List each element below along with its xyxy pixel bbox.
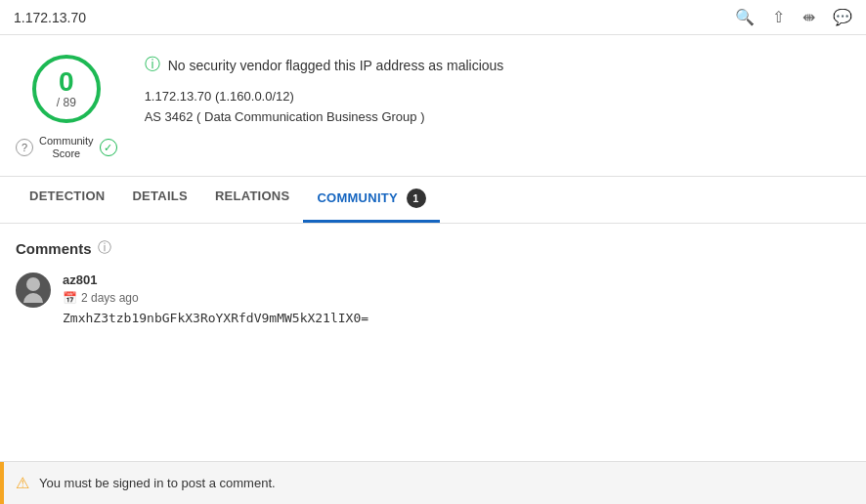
tab-detection[interactable]: DETECTION bbox=[16, 177, 118, 223]
comments-section: Comments ⓘ az801 📅 2 days ago ZmxhZ3tzb1… bbox=[0, 224, 866, 325]
comment-text: ZmxhZ3tzb19nbGFkX3RoYXRfdV9mMW5kX21lIX0= bbox=[63, 311, 850, 325]
avatar-body bbox=[23, 293, 43, 303]
avatar-head bbox=[26, 277, 40, 291]
question-icon[interactable]: ? bbox=[16, 139, 33, 156]
comment-username: az801 bbox=[63, 273, 97, 287]
comment-meta: az801 bbox=[63, 273, 850, 287]
grid-icon[interactable]: ⇼ bbox=[802, 8, 815, 26]
comment-item: az801 📅 2 days ago ZmxhZ3tzb19nbGFkX3RoY… bbox=[16, 273, 850, 325]
community-score-row: ? CommunityScore ✓ bbox=[16, 135, 117, 160]
avatar bbox=[16, 273, 51, 308]
comment-time: 2 days ago bbox=[81, 291, 139, 305]
top-section: 0 / 89 ? CommunityScore ✓ ⓘ No security … bbox=[0, 35, 866, 177]
search-icon[interactable]: 🔍 bbox=[735, 8, 755, 26]
comments-info-icon[interactable]: ⓘ bbox=[98, 239, 111, 257]
info-icon: ⓘ bbox=[145, 55, 160, 75]
community-badge: 1 bbox=[407, 189, 426, 208]
comments-header: Comments ⓘ bbox=[16, 239, 850, 257]
comment-time-row: 📅 2 days ago bbox=[63, 291, 850, 305]
community-score-label: CommunityScore bbox=[39, 135, 94, 160]
page-title: 1.172.13.70 bbox=[14, 10, 86, 25]
check-icon: ✓ bbox=[100, 139, 117, 156]
score-total: / 89 bbox=[57, 96, 76, 109]
upload-icon[interactable]: ⇧ bbox=[772, 8, 785, 26]
tab-community[interactable]: COMMUNITY 1 bbox=[303, 177, 439, 223]
tab-relations[interactable]: RELATIONS bbox=[201, 177, 304, 223]
ip-address: 1.172.13.70 (1.160.0.0/12) bbox=[145, 89, 850, 104]
score-number: 0 bbox=[59, 68, 74, 96]
calendar-icon: 📅 bbox=[63, 291, 77, 305]
comment-content: az801 📅 2 days ago ZmxhZ3tzb19nbGFkX3RoY… bbox=[63, 273, 850, 325]
no-vendor-text: No security vendor flagged this IP addre… bbox=[168, 58, 504, 73]
score-container: 0 / 89 ? CommunityScore ✓ bbox=[16, 55, 117, 160]
avatar-inner bbox=[23, 277, 43, 303]
tabs: DETECTION DETAILS RELATIONS COMMUNITY 1 bbox=[0, 177, 866, 224]
comments-title: Comments bbox=[16, 240, 92, 257]
no-vendor-flag: ⓘ No security vendor flagged this IP add… bbox=[145, 55, 850, 75]
header: 1.172.13.70 🔍 ⇧ ⇼ 💬 bbox=[0, 0, 866, 35]
score-circle: 0 / 89 bbox=[32, 55, 101, 123]
ip-info: ⓘ No security vendor flagged this IP add… bbox=[141, 55, 850, 124]
chat-icon[interactable]: 💬 bbox=[833, 8, 852, 26]
header-actions: 🔍 ⇧ ⇼ 💬 bbox=[735, 8, 852, 26]
as-info: AS 3462 ( Data Communication Business Gr… bbox=[145, 109, 850, 124]
tab-details[interactable]: DETAILS bbox=[118, 177, 200, 223]
